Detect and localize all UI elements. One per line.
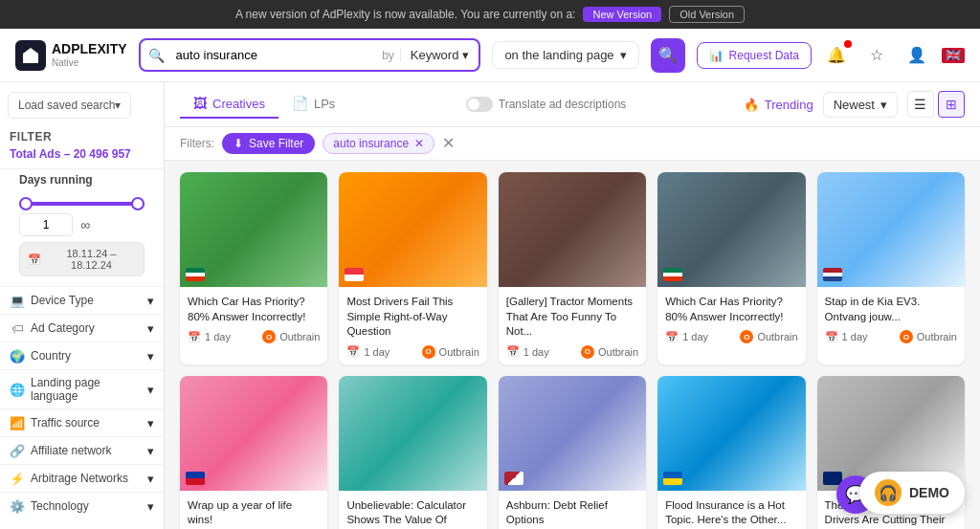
ad-image — [339, 376, 486, 491]
affiliate-chevron-icon: ▾ — [147, 444, 154, 458]
ad-image — [499, 172, 646, 287]
search-button[interactable]: 🔍 — [651, 38, 685, 73]
calendar-icon: 📅 — [188, 331, 201, 343]
ad-card[interactable]: [Gallery] Tractor Moments That Are Too F… — [499, 172, 646, 364]
ad-info: Wrap up a year of life wins! 📅 1 day O O… — [180, 491, 327, 529]
ad-category-filter[interactable]: 🏷 Ad Category ▾ — [0, 314, 164, 342]
brand-name: ADPLEXITY — [52, 41, 127, 57]
search-input[interactable] — [172, 40, 377, 70]
ads-grid: Which Car Has Priority? 80% Answer Incor… — [165, 161, 980, 529]
ad-title: [Gallery] Tractor Moments That Are Too F… — [506, 295, 638, 340]
range-slider[interactable]: ∞ — [10, 202, 154, 236]
keyword-dropdown[interactable]: Keyword ▾ — [400, 48, 479, 62]
tab-creatives-label: Creatives — [212, 97, 265, 111]
load-saved-search-button[interactable]: Load saved search ▾ — [8, 92, 131, 119]
clear-filters-button[interactable]: ✕ — [442, 136, 455, 151]
landing-page-language-filter[interactable]: 🌐 Landing page language ▾ — [0, 369, 164, 408]
old-version-button[interactable]: Old Version — [669, 6, 745, 23]
grid-view-button[interactable]: ⊞ — [938, 91, 965, 118]
ad-days: 📅 1 day — [188, 331, 231, 343]
ad-card[interactable]: Stap in de Kia EV3. Ontvang jouw... 📅 1 … — [817, 172, 965, 364]
ad-network: O Outbrain — [581, 345, 638, 359]
country-flag — [504, 472, 523, 485]
user-button[interactable]: 👤 — [902, 40, 932, 71]
ad-image — [817, 172, 965, 287]
list-view-button[interactable]: ☰ — [907, 91, 934, 118]
new-version-button[interactable]: New Version — [583, 7, 661, 22]
calendar-icon: 📅 — [28, 253, 41, 266]
svg-marker-0 — [23, 48, 38, 63]
country-filter[interactable]: 🌍 Country ▾ — [0, 342, 164, 369]
landing-label: on the landing page — [504, 48, 613, 62]
network-name: Outbrain — [439, 346, 479, 358]
demo-badge[interactable]: 🎧 DEMO — [859, 472, 965, 514]
save-filter-button[interactable]: ⬇ Save Filter — [222, 133, 315, 154]
days-running-label: Days running — [10, 173, 154, 190]
ad-card[interactable]: Wrap up a year of life wins! 📅 1 day O O… — [180, 376, 327, 529]
range-inputs: ∞ — [19, 213, 145, 236]
trending-button[interactable]: 🔥 Trending — [744, 98, 813, 112]
country-flag — [186, 472, 205, 485]
tab-lps[interactable]: 📄 LPs — [278, 90, 348, 119]
ad-days: 📅 1 day — [346, 345, 390, 358]
ad-info: Which Car Has Priority? 80% Answer Incor… — [180, 287, 327, 349]
ad-image — [499, 376, 646, 491]
logo[interactable]: ADPLEXITY Native — [15, 40, 127, 71]
range-thumb-min[interactable] — [19, 197, 33, 210]
device-type-chevron-icon: ▾ — [147, 294, 154, 308]
banner-text: A new version of AdPlexity is now availa… — [235, 8, 576, 21]
toggle-switch[interactable] — [466, 97, 493, 112]
ad-card[interactable]: Which Car Has Priority? 80% Answer Incor… — [657, 172, 805, 364]
technology-icon: ⚙️ — [10, 498, 25, 514]
network-icon: O — [262, 330, 276, 343]
arbitrage-networks-filter[interactable]: ⚡ Arbitrage Networks ▾ — [0, 464, 164, 492]
ad-card[interactable]: Flood Insurance is a Hot Topic. Here's t… — [657, 376, 805, 529]
language-flag[interactable]: 🇬🇧 — [942, 48, 965, 63]
tab-creatives[interactable]: 🖼 Creatives — [180, 90, 278, 119]
newest-chevron-icon: ▾ — [880, 98, 887, 112]
saved-search-chevron-icon: ▾ — [115, 99, 121, 112]
days-label: 1 day — [364, 346, 390, 358]
country-flag — [663, 472, 682, 485]
notifications-button[interactable]: 🔔 — [821, 40, 852, 71]
ad-image — [657, 376, 805, 491]
country-flag — [345, 268, 364, 281]
network-icon: O — [581, 345, 594, 359]
date-range-button[interactable]: 📅 18.11.24 – 18.12.24 — [19, 242, 145, 276]
days-label: 1 day — [842, 331, 868, 342]
landing-page-dropdown[interactable]: on the landing page ▾ — [492, 41, 638, 69]
request-data-button[interactable]: 📊 Request Data — [697, 42, 812, 69]
ad-title: Flood Insurance is a Hot Topic. Here's t… — [665, 498, 797, 528]
ad-info: Most Drivers Fail This Simple Right-of-W… — [339, 287, 486, 364]
technology-filter[interactable]: ⚙️ Technology ▾ — [0, 492, 164, 519]
affiliate-icon: 🔗 — [10, 443, 25, 458]
filter-chip-label: auto insurance — [333, 137, 409, 150]
ad-info: Stap in de Kia EV3. Ontvang jouw... 📅 1 … — [817, 287, 965, 349]
ad-days: 📅 1 day — [506, 345, 549, 358]
filters-label: Filters: — [180, 137, 214, 150]
range-min-input[interactable] — [19, 213, 73, 236]
ad-card[interactable]: Which Car Has Priority? 80% Answer Incor… — [180, 172, 327, 364]
newest-dropdown[interactable]: Newest ▾ — [823, 92, 898, 118]
filter-chip-close[interactable]: ✕ — [414, 138, 424, 149]
network-icon: O — [900, 330, 913, 343]
range-max-input: ∞ — [80, 217, 90, 232]
ad-card[interactable]: Unbelievable: Calculator Shows The Value… — [339, 376, 486, 529]
affiliate-network-filter[interactable]: 🔗 Affiliate network ▾ — [0, 436, 164, 464]
ad-card[interactable]: Ashburn: Debt Relief Options 📅 1 day Y Y… — [499, 376, 646, 529]
calendar-icon: 📅 — [665, 331, 679, 343]
arbitrage-icon: ⚡ — [10, 471, 25, 486]
ad-card[interactable]: Most Drivers Fail This Simple Right-of-W… — [339, 172, 486, 364]
traffic-source-filter[interactable]: 📶 Traffic source ▾ — [0, 408, 164, 436]
device-type-filter[interactable]: 💻 Device Type ▾ — [0, 286, 164, 314]
ad-image — [339, 172, 486, 287]
range-thumb-max[interactable] — [131, 197, 145, 210]
saved-search-label: Load saved search — [18, 99, 115, 112]
device-type-icon: 💻 — [10, 293, 25, 308]
country-flag — [823, 472, 842, 485]
translate-toggle[interactable]: Translate ad descriptions — [466, 97, 627, 112]
lps-icon: 📄 — [292, 96, 308, 111]
search-icon: 🔍 — [141, 48, 172, 63]
favorites-button[interactable]: ☆ — [861, 40, 892, 71]
days-label: 1 day — [523, 346, 549, 358]
